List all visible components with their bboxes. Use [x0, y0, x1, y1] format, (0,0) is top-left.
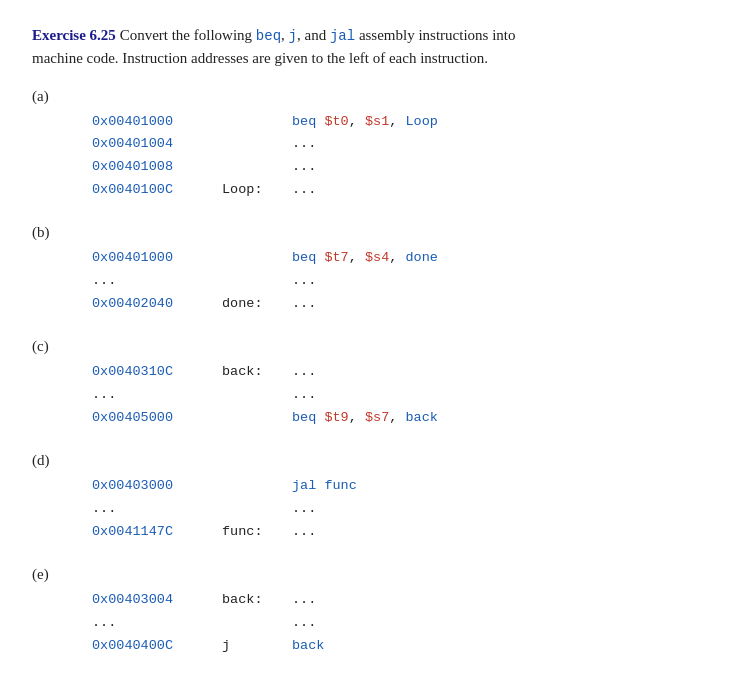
- line-a1: 0x00401000 beq $t0, $s1, Loop: [92, 111, 724, 134]
- instr-d2: ...: [292, 498, 316, 521]
- instr-b1: beq $t7, $s4, done: [292, 247, 438, 270]
- addr-a3: 0x00401008: [92, 156, 222, 179]
- instr-a1: beq $t0, $s1, Loop: [292, 111, 438, 134]
- line-a3: 0x00401008 ...: [92, 156, 724, 179]
- section-label-e: (e): [32, 566, 724, 583]
- section-label-c: (c): [32, 338, 724, 355]
- label-a3: [222, 156, 292, 179]
- label-d3: func:: [222, 521, 292, 544]
- line-a4: 0x0040100C Loop: ...: [92, 179, 724, 202]
- section-e: (e) 0x00403004 back: ... ... ... 0x00404…: [32, 566, 724, 658]
- addr-e3: 0x0040400C: [92, 635, 222, 658]
- addr-d3: 0x0041147C: [92, 521, 222, 544]
- section-label-d: (d): [32, 452, 724, 469]
- section-label-b: (b): [32, 224, 724, 241]
- label-a4: Loop:: [222, 179, 292, 202]
- addr-e1: 0x00403004: [92, 589, 222, 612]
- line-e3: 0x0040400C j back: [92, 635, 724, 658]
- line-b1: 0x00401000 beq $t7, $s4, done: [92, 247, 724, 270]
- section-label-a: (a): [32, 88, 724, 105]
- addr-b1: 0x00401000: [92, 247, 222, 270]
- instr-c2: ...: [292, 384, 316, 407]
- code-block-b: 0x00401000 beq $t7, $s4, done ... ... 0x…: [92, 247, 724, 316]
- line-c3: 0x00405000 beq $t9, $s7, back: [92, 407, 724, 430]
- label-a1: [222, 111, 292, 134]
- instr-e2: ...: [292, 612, 316, 635]
- label-b3: done:: [222, 293, 292, 316]
- addr-c3: 0x00405000: [92, 407, 222, 430]
- instr-c1: ...: [292, 361, 316, 384]
- keyword-beq: beq: [256, 28, 281, 44]
- keyword-j: j: [289, 28, 297, 44]
- addr-b3: 0x00402040: [92, 293, 222, 316]
- line-e1: 0x00403004 back: ...: [92, 589, 724, 612]
- label-c1: back:: [222, 361, 292, 384]
- code-block-d: 0x00403000 jal func ... ... 0x0041147C f…: [92, 475, 724, 544]
- label-e2: [222, 612, 292, 635]
- code-block-a: 0x00401000 beq $t0, $s1, Loop 0x00401004…: [92, 111, 724, 203]
- section-a: (a) 0x00401000 beq $t0, $s1, Loop 0x0040…: [32, 88, 724, 203]
- instr-b3: ...: [292, 293, 316, 316]
- line-d2: ... ...: [92, 498, 724, 521]
- addr-d1: 0x00403000: [92, 475, 222, 498]
- instr-a2: ...: [292, 133, 316, 156]
- line-b2: ... ...: [92, 270, 724, 293]
- addr-c1: 0x0040310C: [92, 361, 222, 384]
- addr-d2: ...: [92, 498, 222, 521]
- exercise-header: Exercise 6.25 Convert the following beq,…: [32, 24, 724, 70]
- keyword-jal: jal: [330, 28, 355, 44]
- line-e2: ... ...: [92, 612, 724, 635]
- line-d1: 0x00403000 jal func: [92, 475, 724, 498]
- label-d1: [222, 475, 292, 498]
- addr-b2: ...: [92, 270, 222, 293]
- line-a2: 0x00401004 ...: [92, 133, 724, 156]
- label-c3: [222, 407, 292, 430]
- instr-a3: ...: [292, 156, 316, 179]
- code-block-e: 0x00403004 back: ... ... ... 0x0040400C …: [92, 589, 724, 658]
- line-b3: 0x00402040 done: ...: [92, 293, 724, 316]
- addr-a4: 0x0040100C: [92, 179, 222, 202]
- line-c1: 0x0040310C back: ...: [92, 361, 724, 384]
- instr-b2: ...: [292, 270, 316, 293]
- exercise-number: Exercise 6.25: [32, 27, 116, 43]
- label-e1: back:: [222, 589, 292, 612]
- addr-e2: ...: [92, 612, 222, 635]
- instr-e3: back: [292, 635, 324, 658]
- label-b1: [222, 247, 292, 270]
- label-e3: j: [222, 635, 292, 658]
- code-block-c: 0x0040310C back: ... ... ... 0x00405000 …: [92, 361, 724, 430]
- section-d: (d) 0x00403000 jal func ... ... 0x004114…: [32, 452, 724, 544]
- label-b2: [222, 270, 292, 293]
- addr-a1: 0x00401000: [92, 111, 222, 134]
- addr-c2: ...: [92, 384, 222, 407]
- instr-e1: ...: [292, 589, 316, 612]
- label-c2: [222, 384, 292, 407]
- section-b: (b) 0x00401000 beq $t7, $s4, done ... ..…: [32, 224, 724, 316]
- line-d3: 0x0041147C func: ...: [92, 521, 724, 544]
- line-c2: ... ...: [92, 384, 724, 407]
- label-d2: [222, 498, 292, 521]
- section-c: (c) 0x0040310C back: ... ... ... 0x00405…: [32, 338, 724, 430]
- instr-d1: jal func: [292, 475, 357, 498]
- instr-d3: ...: [292, 521, 316, 544]
- addr-a2: 0x00401004: [92, 133, 222, 156]
- instr-a4: ...: [292, 179, 316, 202]
- instr-c3: beq $t9, $s7, back: [292, 407, 438, 430]
- label-a2: [222, 133, 292, 156]
